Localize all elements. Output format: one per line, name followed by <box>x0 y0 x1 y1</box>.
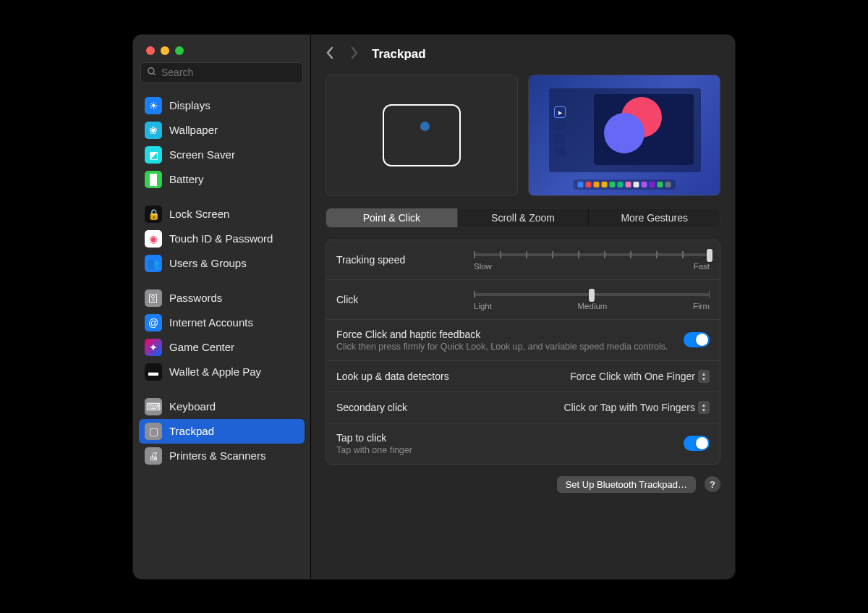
window-controls <box>133 35 310 62</box>
row-tracking-speed: Tracking speed Slow Fast <box>326 240 720 280</box>
preview-row: ➤ <box>326 75 720 196</box>
wallet-apple-pay-icon: ▬ <box>145 363 162 381</box>
sidebar-item-wallpaper[interactable]: ❀Wallpaper <box>139 118 305 143</box>
click-slider[interactable] <box>474 293 710 296</box>
sidebar-item-passwords[interactable]: ⚿Passwords <box>139 286 305 310</box>
tracking-speed-label: Tracking speed <box>336 254 459 266</box>
touch-id-password-icon: ◉ <box>145 230 162 248</box>
users-groups-icon: 👥 <box>145 255 162 272</box>
lookup-value: Force Click with One Finger <box>570 371 695 382</box>
passwords-icon: ⚿ <box>145 289 162 307</box>
lock-screen-icon: 🔒 <box>145 206 162 223</box>
settings-window: ☀Displays❀Wallpaper◩Screen Saver█Battery… <box>133 35 735 579</box>
lookup-label: Look up & data detectors <box>336 371 459 382</box>
sidebar-item-screen-saver[interactable]: ◩Screen Saver <box>139 143 305 167</box>
minimize-icon[interactable] <box>161 46 169 55</box>
footer: Set Up Bluetooth Trackpad… ? <box>326 476 720 493</box>
help-button[interactable]: ? <box>705 476 720 492</box>
tab-scroll-zoom[interactable]: Scroll & Zoom <box>458 208 590 227</box>
row-force-click: Force Click and haptic feedback Click th… <box>326 320 720 361</box>
force-click-toggle[interactable] <box>684 332 710 347</box>
secondary-click-select[interactable]: Click or Tap with Two Fingers ▲▼ <box>563 401 710 414</box>
sidebar-item-label: Users & Groups <box>169 257 247 269</box>
row-click: Click Light Medium Firm <box>326 280 720 320</box>
tap-to-click-sub: Tap with one finger <box>336 445 669 455</box>
preview-circle-blue-icon <box>604 113 644 153</box>
sidebar-item-label: Lock Screen <box>169 208 229 220</box>
sidebar-item-label: Internet Accounts <box>169 316 253 329</box>
forward-button[interactable] <box>347 45 362 64</box>
sidebar-item-label: Trackpad <box>169 425 214 437</box>
desktop-preview: ➤ <box>528 75 720 196</box>
page-title: Trackpad <box>372 47 426 62</box>
sidebar-item-label: Wallpaper <box>169 124 218 136</box>
sidebar-item-internet-accounts[interactable]: @Internet Accounts <box>139 310 305 335</box>
tab-more-gestures[interactable]: More Gestures <box>589 208 720 227</box>
screen-saver-icon: ◩ <box>145 146 162 164</box>
sidebar: ☀Displays❀Wallpaper◩Screen Saver█Battery… <box>133 35 311 579</box>
sidebar-item-game-center[interactable]: ✦Game Center <box>139 335 305 360</box>
sidebar-item-wallet-apple-pay[interactable]: ▬Wallet & Apple Pay <box>139 360 305 384</box>
touch-dot-icon <box>420 122 430 131</box>
sidebar-item-label: Passwords <box>169 292 222 304</box>
row-secondary-click: Secondary click Click or Tap with Two Fi… <box>326 392 720 423</box>
lookup-select[interactable]: Force Click with One Finger ▲▼ <box>570 370 710 383</box>
slider-max-label: Fast <box>694 262 710 271</box>
tab-bar: Point & Click Scroll & Zoom More Gesture… <box>326 208 720 228</box>
game-center-icon: ✦ <box>145 339 162 356</box>
search-icon <box>147 67 157 79</box>
sidebar-item-keyboard[interactable]: ⌨Keyboard <box>139 394 305 419</box>
slider-right-label: Firm <box>693 302 710 310</box>
slider-left-label: Light <box>474 302 492 310</box>
trackpad-preview <box>326 75 518 196</box>
sidebar-item-label: Screen Saver <box>169 148 235 161</box>
sidebar-item-battery[interactable]: █Battery <box>139 167 305 192</box>
setup-bluetooth-button[interactable]: Set Up Bluetooth Trackpad… <box>557 476 696 493</box>
sidebar-list[interactable]: ☀Displays❀Wallpaper◩Screen Saver█Battery… <box>133 90 310 579</box>
slider-mid-label: Medium <box>578 302 608 310</box>
dock-preview-icon <box>574 179 676 190</box>
secondary-click-label: Secondary click <box>336 402 459 413</box>
row-tap-to-click: Tap to click Tap with one finger <box>326 423 720 464</box>
sidebar-item-label: Touch ID & Password <box>169 232 273 245</box>
sidebar-item-label: Displays <box>169 99 210 111</box>
tap-to-click-toggle[interactable] <box>684 436 710 451</box>
sidebar-item-touch-id-password[interactable]: ◉Touch ID & Password <box>139 227 305 251</box>
search-field[interactable] <box>140 62 303 83</box>
wallpaper-icon: ❀ <box>145 122 162 139</box>
force-click-sub: Click then press firmly for Quick Look, … <box>336 342 669 352</box>
sidebar-item-label: Battery <box>169 173 204 185</box>
sidebar-item-label: Wallet & Apple Pay <box>169 365 261 378</box>
click-label: Click <box>336 294 459 305</box>
keyboard-icon: ⌨ <box>145 398 162 415</box>
tap-to-click-label: Tap to click <box>336 432 669 444</box>
force-click-label: Force Click and haptic feedback <box>336 329 669 340</box>
sidebar-item-label: Printers & Scanners <box>169 449 265 462</box>
displays-icon: ☀ <box>145 97 162 114</box>
sidebar-item-users-groups[interactable]: 👥Users & Groups <box>139 251 305 276</box>
sidebar-item-trackpad[interactable]: ▢Trackpad <box>139 419 305 444</box>
sidebar-item-displays[interactable]: ☀Displays <box>139 93 305 118</box>
main-header: Trackpad <box>311 35 735 72</box>
tab-point-click[interactable]: Point & Click <box>326 208 458 227</box>
row-lookup: Look up & data detectors Force Click wit… <box>326 361 720 392</box>
internet-accounts-icon: @ <box>145 314 162 331</box>
tracking-speed-slider[interactable] <box>474 253 710 256</box>
trackpad-icon: ▢ <box>145 423 162 440</box>
slider-thumb[interactable] <box>589 289 595 302</box>
cursor-icon: ➤ <box>557 109 563 117</box>
secondary-click-value: Click or Tap with Two Fingers <box>563 402 695 413</box>
back-button[interactable] <box>323 45 337 64</box>
close-icon[interactable] <box>146 46 155 55</box>
sidebar-item-label: Keyboard <box>169 400 216 413</box>
search-input[interactable] <box>161 67 297 78</box>
svg-line-1 <box>153 72 156 75</box>
battery-icon: █ <box>145 171 162 188</box>
sidebar-item-lock-screen[interactable]: 🔒Lock Screen <box>139 202 305 227</box>
slider-thumb[interactable] <box>707 249 712 262</box>
sidebar-item-printers-scanners[interactable]: 🖨Printers & Scanners <box>139 444 305 468</box>
main-panel: Trackpad ➤ <box>311 35 735 579</box>
zoom-icon[interactable] <box>175 46 184 55</box>
trackpad-outline-icon <box>383 104 461 166</box>
settings-panel: Tracking speed Slow Fast Click <box>326 240 720 465</box>
